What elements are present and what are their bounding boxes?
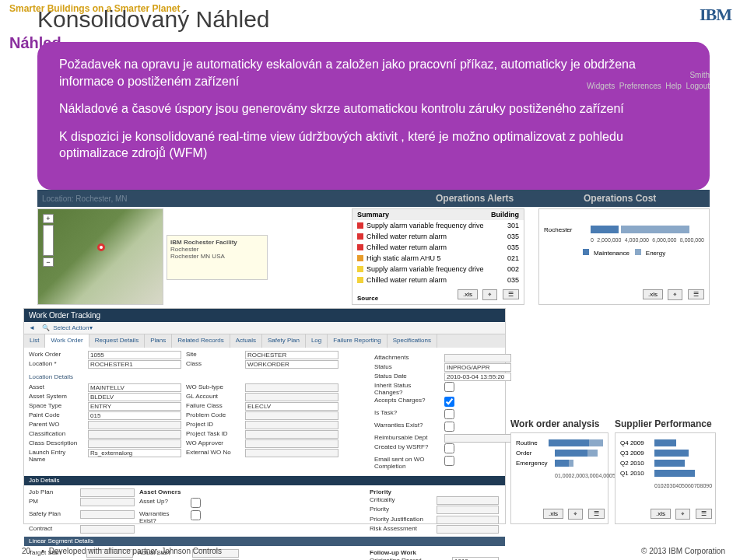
wo-approver-input[interactable] <box>245 439 338 448</box>
job-plan-input[interactable] <box>80 488 135 497</box>
email-sent-checkbox[interactable] <box>444 456 454 466</box>
loc-details-label: Location Details <box>24 372 365 380</box>
is-task-checkbox[interactable] <box>444 409 454 419</box>
status-input[interactable]: INPROG/APPR <box>444 363 511 372</box>
paint-code-input[interactable]: 015 <box>88 411 181 420</box>
parent-wo-input[interactable] <box>88 421 181 429</box>
supplier-row: Q1 2010 <box>620 468 710 478</box>
external-wo-input[interactable] <box>245 449 338 457</box>
priority-just-input[interactable] <box>437 516 499 524</box>
ibm-logo: IBM <box>700 5 731 25</box>
warranties-checkbox[interactable] <box>444 422 454 432</box>
class-input[interactable]: WORKORDER <box>245 360 338 369</box>
space-type-input[interactable]: ENTRY <box>88 402 181 411</box>
safety-plan-input[interactable] <box>80 510 135 519</box>
wot-tab[interactable]: Plans <box>145 334 172 348</box>
callout-p2: Nákladové a časové úspory jsou generován… <box>59 100 688 117</box>
asset-input[interactable]: MAINTELLV <box>88 383 181 392</box>
attachments-input[interactable] <box>444 354 511 362</box>
schedule-bar[interactable]: Linear Segment Details <box>24 537 505 546</box>
created-wsrf-checkbox[interactable] <box>444 443 454 453</box>
woa-xls-button[interactable]: .xls <box>543 509 563 519</box>
wot-tab[interactable]: Log <box>306 334 328 348</box>
priority-grid: Priority Criticality Priority Priority J… <box>365 485 505 537</box>
location-input[interactable]: ROCHESTER1 <box>88 360 181 369</box>
ghost-userbar: Smith Widgets Preferences Help Logout <box>587 70 710 92</box>
supplier-xls-button[interactable]: .xls <box>651 509 671 519</box>
callout-p3: K dispozici je konsolidované real-time v… <box>59 128 688 162</box>
status-date-input[interactable]: 2010-03-04 13:55:20 <box>444 373 511 381</box>
classification-input[interactable] <box>88 430 181 439</box>
wot-tab[interactable]: Request Details <box>89 334 145 348</box>
operations-alerts-panel: Operations Alerts SummaryBuilding Supply… <box>352 208 524 305</box>
woa-ctrl-2[interactable]: ☰ <box>588 509 605 519</box>
wot-tab[interactable]: Safety Plan <box>262 334 306 348</box>
gl-account-input[interactable] <box>245 393 338 401</box>
asset-system-input[interactable]: BLDELV <box>88 393 181 401</box>
class-desc-input[interactable] <box>88 439 181 448</box>
wot-fields-left: Work Order1055 SiteROCHESTER Location *R… <box>24 348 365 372</box>
map-panel[interactable]: + − <box>37 208 163 305</box>
cost-ctrl-1[interactable]: ⌖ <box>668 289 682 300</box>
project-id-input[interactable] <box>245 421 338 429</box>
wot-tab[interactable]: Failure Reporting <box>328 334 387 348</box>
cost-axis: 02,000,0004,000,0006,000,0008,000,000 <box>539 237 709 243</box>
alerts-head: SummaryBuilding <box>352 209 524 220</box>
wot-tab[interactable]: Specifications <box>388 334 437 348</box>
inherit-status-checkbox[interactable] <box>444 382 454 392</box>
alert-row[interactable]: Supply alarm variable frequency drive301 <box>352 220 524 231</box>
alerts-ctrl-2[interactable]: ☰ <box>503 289 519 299</box>
project-task-input[interactable] <box>245 430 338 439</box>
accepts-charges-checkbox[interactable] <box>444 397 454 407</box>
job-details-bar[interactable]: Job Details <box>24 476 505 485</box>
supplier-performance-panel: Q4 2009Q3 2009Q2 2010Q1 2010 01020304050… <box>615 432 716 524</box>
wot-tabs[interactable]: ListWork OrderRequest DetailsPlansRelate… <box>24 334 505 348</box>
alerts-title-ghost: Operations Alerts <box>436 193 514 204</box>
work-order-input[interactable]: 1055 <box>88 351 181 359</box>
warranties2-checkbox[interactable] <box>191 510 201 520</box>
asset-up-checkbox[interactable] <box>191 498 201 508</box>
woa-row: Emergency <box>516 458 603 468</box>
work-order-analysis-panel: RoutineOrderEmergency 01,0002,0003,0004,… <box>510 432 608 524</box>
supplier-ctrl-2[interactable]: ☰ <box>696 509 712 519</box>
alert-row[interactable]: Supply alarm variable frequency drive002 <box>352 264 524 275</box>
site-input[interactable]: ROCHESTER <box>245 351 338 359</box>
reimbursable-input[interactable] <box>444 434 511 443</box>
supplier-ctrl-1[interactable]: ⌖ <box>675 509 690 520</box>
woa-title: Work order analysis <box>510 418 600 429</box>
alert-row[interactable]: Chilled water return alarm035 <box>352 242 524 253</box>
map-tooltip: IBM Rochester FacilityRochesterRochester… <box>167 235 268 280</box>
woa-ctrl-1[interactable]: ⌖ <box>568 509 583 520</box>
wot-tab[interactable]: Actuals <box>230 334 262 348</box>
alert-row[interactable]: Chilled water return alarm035 <box>352 275 524 285</box>
supplier-row: Q3 2009 <box>620 448 710 458</box>
map-controls[interactable]: + − <box>43 214 54 267</box>
cost-row-label: Rochester <box>544 226 591 233</box>
wot-tab[interactable]: Work Order <box>45 334 89 348</box>
operations-cost-panel: Rochester 02,000,0004,000,0006,000,0008,… <box>538 208 710 305</box>
pm-input[interactable] <box>80 498 135 506</box>
wot-tab[interactable]: List <box>24 334 45 348</box>
alert-row[interactable]: Chilled water return alarm035 <box>352 231 524 242</box>
contract-input[interactable] <box>80 525 135 534</box>
alerts-ctrl-1[interactable]: ⌖ <box>482 289 497 300</box>
alert-row[interactable]: High static alarm AHU 5021 <box>352 253 524 264</box>
select-action-dropdown[interactable]: Select Action <box>53 324 89 331</box>
cost-legend: Maintenance Energy <box>539 249 709 257</box>
cost-xls-button[interactable]: .xls <box>643 289 663 299</box>
risk-input[interactable] <box>437 525 499 534</box>
map-pin-icon[interactable] <box>97 243 105 251</box>
wot-tab[interactable]: Related Records <box>172 334 230 348</box>
problem-code-input[interactable] <box>245 411 338 420</box>
orig-record-input[interactable]: 1010 <box>452 557 499 560</box>
wo-subtype-input[interactable] <box>245 383 338 392</box>
alerts-xls-button[interactable]: .xls <box>458 289 478 299</box>
criticality-input[interactable] <box>437 496 499 505</box>
footer-left: 20•Developed with alliance partner, John… <box>22 547 222 555</box>
priority-input[interactable] <box>437 506 499 514</box>
cost-ctrl-2[interactable]: ☰ <box>688 289 704 299</box>
launch-entry-input[interactable]: Rs_externalorg <box>88 449 181 457</box>
alerts-source: Source <box>357 295 378 302</box>
failure-class-input[interactable]: ELECLV <box>245 402 338 411</box>
work-order-tracking-panel: Work Order Tracking ◄ 🔍 Select Action ▾ … <box>23 308 506 524</box>
